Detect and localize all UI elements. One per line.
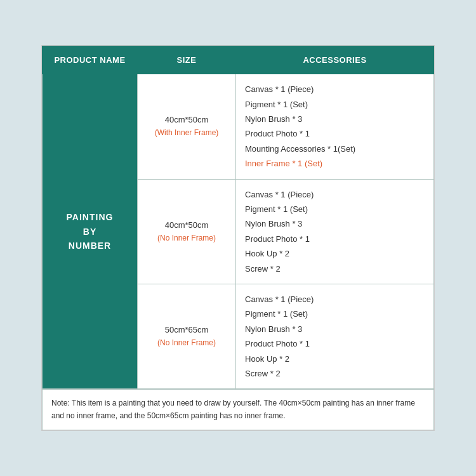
accessory-item: Screw * 2 bbox=[245, 261, 425, 276]
accessory-item-red: Inner Frame * 1 (Set) bbox=[245, 156, 425, 171]
size-main-2: 50cm*65cm bbox=[143, 324, 230, 337]
note-cell: Note: This item is a painting that you n… bbox=[43, 389, 434, 430]
product-table-wrapper: PRODUCT NAME SIZE ACCESSORIES PAINTINGBY… bbox=[41, 45, 435, 430]
accessory-item: Product Photo * 1 bbox=[245, 336, 425, 351]
accessories-cell-2: Canvas * 1 (Piece)Pigment * 1 (Set)Nylon… bbox=[236, 284, 434, 389]
accessory-item: Pigment * 1 (Set) bbox=[245, 202, 425, 216]
accessory-item: Pigment * 1 (Set) bbox=[245, 97, 425, 112]
accessory-item: Canvas * 1 (Piece) bbox=[245, 82, 425, 96]
accessory-item: Mounting Accessories * 1(Set) bbox=[245, 142, 425, 156]
accessory-item: Hook Up * 2 bbox=[245, 352, 425, 366]
size-cell-2: 50cm*65cm (No Inner Frame) bbox=[138, 284, 236, 389]
size-cell-1: 40cm*50cm (No Inner Frame) bbox=[138, 179, 236, 284]
header-accessories: ACCESSORIES bbox=[236, 46, 434, 74]
size-note-0: (With Inner Frame) bbox=[143, 127, 230, 139]
product-name-cell: PAINTINGBYNUMBER bbox=[43, 74, 138, 390]
accessory-item: Canvas * 1 (Piece) bbox=[245, 292, 425, 307]
accessory-item: Canvas * 1 (Piece) bbox=[245, 187, 425, 202]
accessory-item: Nylon Brush * 3 bbox=[245, 322, 425, 336]
accessory-item: Product Photo * 1 bbox=[245, 126, 425, 141]
accessory-item: Screw * 2 bbox=[245, 366, 425, 381]
accessory-item: Hook Up * 2 bbox=[245, 246, 425, 261]
size-note-1: (No Inner Frame) bbox=[143, 232, 230, 244]
accessories-cell-1: Canvas * 1 (Piece)Pigment * 1 (Set)Nylon… bbox=[236, 179, 434, 284]
size-main-0: 40cm*50cm bbox=[143, 114, 230, 127]
accessory-item: Nylon Brush * 3 bbox=[245, 112, 425, 126]
size-main-1: 40cm*50cm bbox=[143, 219, 230, 232]
accessory-item: Nylon Brush * 3 bbox=[245, 216, 425, 231]
size-cell-0: 40cm*50cm (With Inner Frame) bbox=[138, 74, 236, 179]
header-size: SIZE bbox=[138, 46, 236, 74]
accessory-item: Product Photo * 1 bbox=[245, 232, 425, 246]
size-note-2: (No Inner Frame) bbox=[143, 337, 230, 349]
header-product-name: PRODUCT NAME bbox=[43, 46, 138, 74]
accessory-item: Pigment * 1 (Set) bbox=[245, 307, 425, 321]
accessories-cell-0: Canvas * 1 (Piece)Pigment * 1 (Set)Nylon… bbox=[236, 74, 434, 179]
